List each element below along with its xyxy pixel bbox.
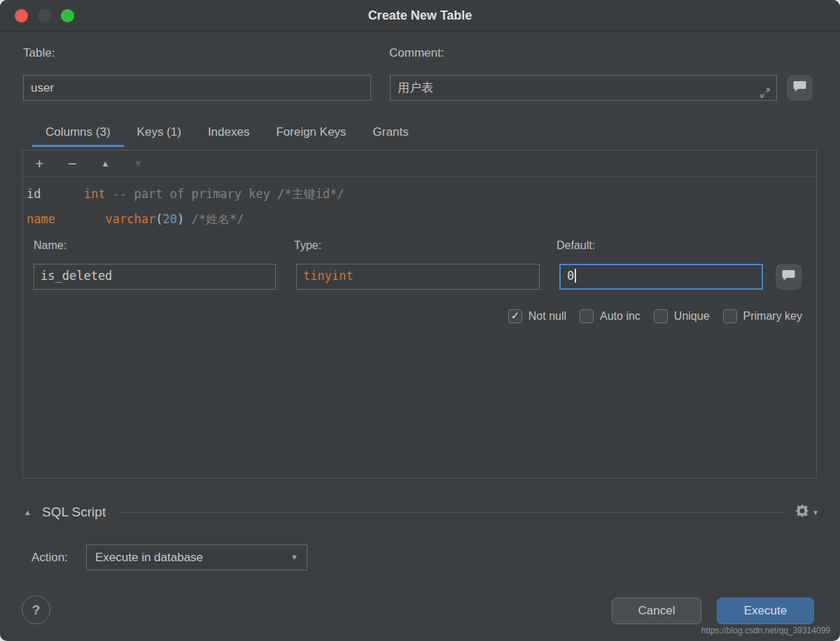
table-label: Table: — [23, 46, 55, 60]
close-window-button[interactable] — [15, 9, 28, 22]
checkbox-box[interactable] — [723, 309, 737, 323]
cancel-button[interactable]: Cancel — [612, 598, 701, 624]
checkbox-label: Auto inc — [600, 310, 640, 323]
section-divider — [118, 512, 783, 513]
zoom-window-button[interactable] — [61, 9, 74, 22]
column-flags: Not null Auto inc Unique Primary key — [508, 309, 802, 323]
window-title: Create New Table — [0, 0, 840, 31]
not-null-checkbox[interactable]: Not null — [508, 309, 566, 323]
sql-script-title[interactable]: SQL Script — [42, 505, 106, 520]
column-type-input[interactable]: tinyint — [296, 264, 540, 290]
default-label: Default: — [556, 239, 595, 252]
comment-bubble-icon — [793, 80, 806, 95]
sql-script-section: ▲ SQL Script ▼ — [21, 498, 819, 526]
comment-bubble-button[interactable] — [787, 75, 813, 101]
unique-checkbox[interactable]: Unique — [654, 309, 710, 323]
checkbox-box[interactable] — [580, 309, 594, 323]
paren-open: ( — [155, 212, 162, 226]
gear-dropdown-icon[interactable]: ▼ — [812, 509, 819, 516]
checkbox-box[interactable] — [654, 309, 668, 323]
columns-toolbar: + − ▲ ▼ — [23, 150, 816, 177]
execute-button[interactable]: Execute — [717, 598, 814, 624]
expand-editor-icon[interactable] — [760, 83, 771, 107]
column-default-input[interactable]: 0 — [559, 264, 763, 290]
comment-label: Comment: — [389, 46, 444, 60]
move-down-icon[interactable]: ▼ — [122, 158, 155, 169]
gear-icon[interactable] — [794, 503, 810, 521]
remove-column-icon[interactable]: − — [56, 155, 89, 172]
text-caret — [575, 269, 576, 283]
action-selected-value: Execute in database — [95, 551, 203, 564]
checkbox-label: Not null — [528, 310, 566, 323]
column-row[interactable]: id int -- part of primary key /*主键id*/ — [27, 181, 815, 206]
table-name-value: user — [31, 81, 54, 94]
watermark-text: https://blog.csdn.net/qq_39314099 — [701, 626, 830, 635]
titlebar: Create New Table — [0, 0, 840, 31]
checkbox-label: Primary key — [743, 310, 802, 323]
comment-bubble-icon — [782, 269, 795, 284]
create-new-table-dialog: Create New Table Table: Comment: user 用户… — [0, 0, 840, 641]
move-up-icon[interactable]: ▲ — [89, 158, 122, 169]
tab-columns[interactable]: Columns (3) — [32, 118, 124, 147]
action-select[interactable]: Execute in database ▼ — [86, 544, 307, 570]
tab-foreign-keys[interactable]: Foreign Keys — [262, 118, 359, 147]
comment-input[interactable]: 用户表 — [390, 75, 777, 101]
action-label: Action: — [31, 551, 68, 565]
help-button[interactable]: ? — [22, 596, 50, 624]
column-name-value: is_deleted — [41, 269, 112, 283]
chevron-down-icon: ▼ — [290, 545, 298, 570]
add-column-icon[interactable]: + — [23, 155, 56, 172]
column-default-value: 0 — [567, 269, 574, 283]
column-type: varchar — [106, 212, 156, 226]
column-comment: -- part of primary key /*主键id*/ — [106, 187, 344, 201]
columns-panel: + − ▲ ▼ id int -- part of primary key /*… — [22, 150, 817, 479]
minimize-window-button[interactable] — [38, 9, 51, 22]
column-comment: /*姓名*/ — [184, 212, 244, 226]
name-label: Name: — [34, 239, 66, 252]
primary-key-checkbox[interactable]: Primary key — [723, 309, 802, 323]
table-editor-tabs: Columns (3) Keys (1) Indexes Foreign Key… — [32, 118, 422, 147]
tab-indexes[interactable]: Indexes — [195, 118, 263, 147]
type-label: Type: — [294, 239, 321, 252]
column-type: int — [84, 187, 106, 201]
collapse-section-icon[interactable]: ▲ — [21, 508, 42, 516]
column-name: id — [27, 187, 84, 201]
table-name-input[interactable]: user — [23, 75, 371, 101]
column-name: name — [27, 212, 106, 226]
column-row[interactable]: name varchar(20) /*姓名*/ — [27, 206, 815, 232]
paren-close: ) — [177, 212, 184, 226]
tab-grants[interactable]: Grants — [360, 118, 422, 147]
checkbox-box[interactable] — [508, 309, 522, 323]
column-size: 20 — [163, 212, 177, 226]
column-type-value: tinyint — [303, 269, 354, 283]
auto-inc-checkbox[interactable]: Auto inc — [580, 309, 640, 323]
comment-value: 用户表 — [398, 81, 433, 94]
checkbox-label: Unique — [674, 310, 710, 323]
default-comment-bubble-button[interactable] — [776, 264, 802, 290]
tab-keys[interactable]: Keys (1) — [124, 118, 195, 147]
column-name-input[interactable]: is_deleted — [34, 264, 276, 290]
